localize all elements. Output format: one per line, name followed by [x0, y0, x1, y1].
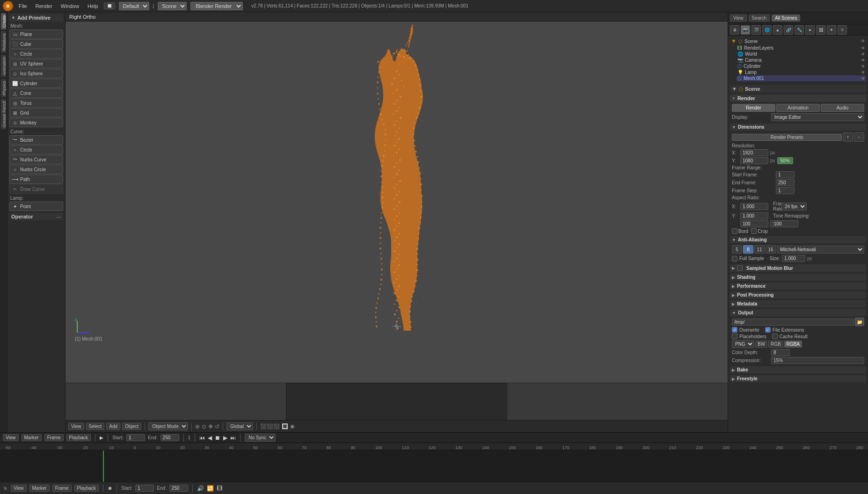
output-path-browse[interactable]: 📁: [855, 318, 864, 326]
toolbar-icon-6[interactable]: 🔳: [282, 423, 288, 429]
crop-checkbox[interactable]: [751, 228, 757, 234]
toolbar-icon-7[interactable]: ◉: [290, 423, 295, 429]
prop-icon-material[interactable]: ●: [805, 25, 815, 35]
tab-relations[interactable]: Relations: [1, 31, 6, 53]
cache-result-checkbox[interactable]: [772, 334, 778, 339]
tree-cylinder[interactable]: ⬡ Cylinder 👁: [737, 63, 866, 69]
scene-eye-btn[interactable]: 👁: [861, 39, 865, 44]
btn-grid[interactable]: ⊞ Grid: [9, 108, 63, 117]
dimensions-header[interactable]: ▼ Dimensions: [730, 124, 866, 131]
smb-enable-checkbox[interactable]: [737, 265, 743, 271]
menu-window[interactable]: Window: [59, 2, 81, 10]
operator-header[interactable]: Operator —: [9, 213, 63, 220]
mesh-eye[interactable]: 👁: [861, 76, 865, 81]
tl-stop-btn[interactable]: ⏹: [215, 435, 220, 441]
placeholders-checkbox[interactable]: [732, 334, 737, 339]
prop-icon-constraint[interactable]: 🔗: [784, 25, 793, 35]
render-btn-animation[interactable]: Animation: [776, 104, 820, 112]
status-icon-2[interactable]: 🔁: [207, 485, 214, 492]
tab-create[interactable]: Create: [1, 13, 6, 29]
aa-size-input[interactable]: [782, 255, 805, 262]
btn-cube[interactable]: ⬛ Cube: [9, 39, 63, 49]
status-end-input[interactable]: [169, 485, 188, 492]
presets-add-btn[interactable]: +: [843, 132, 853, 142]
engine-selector[interactable]: Blender Render: [190, 2, 243, 10]
timeline-scale[interactable]: -50 -40 -30 -20 -10 0 10 20 30 40 50 60 …: [0, 443, 868, 450]
status-start-input[interactable]: [135, 485, 154, 492]
tab-physics[interactable]: Physics: [1, 79, 6, 97]
tree-camera[interactable]: 📷 Camera 👁: [737, 57, 866, 63]
bw-btn[interactable]: BW: [755, 341, 767, 348]
tl-play-reverse-btn[interactable]: ◀: [208, 435, 212, 441]
btn-bezier[interactable]: 〜 Bezier: [9, 135, 63, 145]
btn-nurbs-curve[interactable]: 〜 Nurbs Curve: [9, 155, 63, 164]
res-y-input[interactable]: [740, 157, 768, 164]
tree-mesh001[interactable]: ⬡ Mesh:001 👁: [737, 75, 866, 81]
prop-icon-scene[interactable]: 🎬: [751, 25, 761, 35]
render-section-header[interactable]: ▼ Render: [730, 94, 866, 102]
btn-uv-sphere[interactable]: ◎ UV Sphere: [9, 59, 63, 68]
res-percent-btn[interactable]: 50%: [777, 157, 793, 164]
file-ext-checkbox[interactable]: [765, 327, 771, 333]
viewport-canvas[interactable]: X Z (1) Mesh:001: [66, 22, 728, 383]
add-primitive-header[interactable]: ▼ Add Primitive: [9, 14, 63, 22]
bord-checkbox[interactable]: [732, 228, 737, 234]
camera-eye[interactable]: 👁: [861, 58, 865, 63]
layout-selector[interactable]: Default: [119, 2, 149, 10]
prop-icon-texture[interactable]: 🖼: [816, 25, 825, 35]
tab-grease-pencil[interactable]: Grease Pencil: [1, 99, 6, 130]
tab-animation[interactable]: Animation: [1, 55, 6, 77]
menu-render[interactable]: Render: [34, 2, 54, 10]
color-depth-input[interactable]: [771, 349, 790, 356]
tab-view[interactable]: View: [730, 15, 747, 22]
rgb-btn[interactable]: RGB: [768, 341, 783, 348]
prop-icon-render[interactable]: 📷: [741, 25, 750, 35]
toolbar-icon-1[interactable]: ⊕: [195, 423, 200, 430]
render-layers-eye[interactable]: 👁: [861, 46, 865, 51]
status-view-btn[interactable]: View: [11, 485, 27, 492]
btn-cone[interactable]: △ Cone: [9, 88, 63, 98]
perf-header[interactable]: ▶ Performance: [730, 283, 866, 290]
status-frame-btn[interactable]: Frame: [52, 485, 72, 492]
toolbar-icon-2[interactable]: ⊙: [202, 423, 206, 430]
tl-playback-btn[interactable]: Playback: [66, 434, 91, 441]
btn-torus[interactable]: ◎ Torus: [9, 98, 63, 108]
tree-world[interactable]: 🌐 World 👁: [737, 51, 866, 57]
btn-plane[interactable]: ▭ Plane: [9, 29, 63, 39]
rgba-btn[interactable]: RGBA: [784, 341, 802, 348]
btn-nurbs-circle[interactable]: ○ Nurbs Circle: [9, 165, 63, 174]
tl-view-btn[interactable]: View: [3, 434, 19, 441]
tab-all-scenes[interactable]: All Scenes: [772, 15, 800, 22]
format-select[interactable]: PNG: [732, 340, 754, 348]
full-sample-checkbox[interactable]: [732, 256, 737, 262]
aa-num-5[interactable]: 5: [732, 245, 742, 254]
global-selector[interactable]: Global: [226, 422, 253, 430]
scene-selector[interactable]: Scene: [158, 2, 187, 10]
tab-search[interactable]: Search: [749, 15, 770, 22]
cylinder-eye[interactable]: 👁: [861, 64, 865, 69]
frame-rate-select[interactable]: 24 fps: [781, 203, 807, 211]
btn-draw-curve[interactable]: ✏ Draw Curve: [9, 184, 63, 194]
metadata-header[interactable]: ▶ Metadata: [730, 300, 866, 307]
tree-lamp[interactable]: 💡 Lamp 👁: [737, 69, 866, 75]
frame-step-input[interactable]: [776, 187, 795, 194]
btn-circle[interactable]: ○ Circle: [9, 49, 63, 58]
btn-cylinder[interactable]: ⬜ Cylinder: [9, 79, 63, 88]
aspect-y-input[interactable]: [740, 212, 768, 219]
res-x-input[interactable]: [740, 149, 768, 156]
menu-help[interactable]: Help: [86, 2, 100, 10]
btn-monkey[interactable]: ☺ Monkey: [9, 118, 63, 127]
toolbar-icon-4[interactable]: ↺: [215, 423, 219, 430]
presets-remove-btn[interactable]: −: [854, 132, 864, 142]
btn-path[interactable]: ⟶ Path: [9, 174, 63, 184]
render-btn-audio[interactable]: Audio: [821, 104, 864, 112]
output-header[interactable]: ▼ Output: [730, 309, 866, 316]
sync-selector[interactable]: No Sync: [245, 434, 276, 442]
aa-num-16[interactable]: 16: [766, 245, 776, 254]
tl-frame-btn[interactable]: Frame: [44, 434, 64, 441]
end-frame-input[interactable]: [776, 179, 795, 186]
prop-icon-world[interactable]: 🌐: [762, 25, 772, 35]
select-btn[interactable]: Select: [86, 423, 105, 430]
render-presets-btn[interactable]: Render Presets: [732, 134, 842, 141]
freestyle-header[interactable]: ▶ Freestyle: [730, 375, 866, 382]
